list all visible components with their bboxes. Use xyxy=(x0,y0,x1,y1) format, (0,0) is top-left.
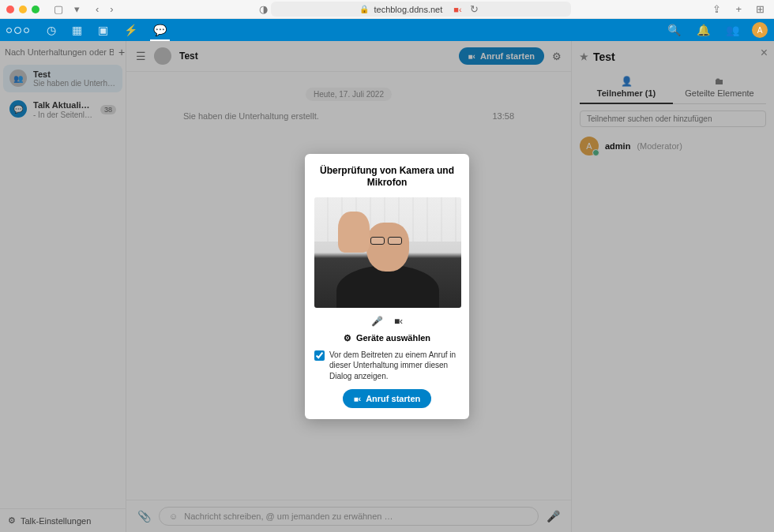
camera-recording-icon[interactable]: ■‹ xyxy=(453,5,461,14)
select-devices-button[interactable]: ⚙ Geräte auswählen xyxy=(314,333,460,343)
shield-icon[interactable]: ◑ xyxy=(256,3,271,15)
activity-app-icon[interactable]: ⚡ xyxy=(121,24,141,36)
close-window-button[interactable] xyxy=(6,6,14,13)
contacts-icon[interactable]: 👥 xyxy=(723,24,742,36)
maximize-window-button[interactable] xyxy=(32,6,39,13)
user-avatar[interactable]: A xyxy=(752,22,768,38)
always-show-dialog-checkbox[interactable] xyxy=(314,350,325,361)
dashboard-app-icon[interactable]: ◷ xyxy=(43,24,59,36)
notifications-icon[interactable]: 🔔 xyxy=(693,24,713,36)
nextcloud-header: ◷ ▦ ▣ ⚡ 💬 🔍 🔔 👥 A xyxy=(0,19,774,41)
search-icon[interactable]: 🔍 xyxy=(664,24,684,36)
new-tab-icon[interactable]: + xyxy=(732,3,745,15)
select-devices-label: Geräte auswählen xyxy=(356,333,430,343)
forward-icon[interactable]: › xyxy=(107,3,116,15)
photos-app-icon[interactable]: ▣ xyxy=(95,24,111,36)
camera-preview xyxy=(314,197,461,308)
files-app-icon[interactable]: ▦ xyxy=(69,24,85,36)
nextcloud-logo[interactable] xyxy=(6,27,29,34)
gear-icon: ⚙ xyxy=(344,333,351,343)
browser-chrome: ▢ ▾ ‹ › ◑ 🔒 techblog.ddns.net ■‹ ↻ ⇪ + ⊞ xyxy=(0,0,774,19)
dropdown-icon[interactable]: ▾ xyxy=(71,3,83,15)
lock-icon: 🔒 xyxy=(359,5,369,13)
modal-overlay[interactable]: Überprüfung von Kamera und Mikrofon 🎤 ■‹… xyxy=(0,41,774,532)
reload-icon[interactable]: ↻ xyxy=(467,3,482,15)
camera-toggle-icon[interactable]: ■‹ xyxy=(394,316,403,327)
modal-title: Überprüfung von Kamera und Mikrofon xyxy=(314,165,460,189)
traffic-lights xyxy=(6,6,39,13)
sidebar-toggle-icon[interactable]: ▢ xyxy=(51,3,66,15)
talk-app-icon[interactable]: 💬 xyxy=(150,24,170,41)
video-icon: ■‹ xyxy=(354,395,361,403)
modal-start-call-button[interactable]: ■‹ Anruf starten xyxy=(343,389,431,408)
device-check-modal: Überprüfung von Kamera und Mikrofon 🎤 ■‹… xyxy=(305,154,469,420)
share-icon[interactable]: ⇪ xyxy=(709,3,724,15)
microphone-toggle-icon[interactable]: 🎤 xyxy=(371,316,383,327)
url-text: techblog.ddns.net xyxy=(374,5,442,14)
modal-start-call-label: Anruf starten xyxy=(366,394,420,403)
tabs-overview-icon[interactable]: ⊞ xyxy=(753,3,768,15)
back-icon[interactable]: ‹ xyxy=(92,3,102,15)
minimize-window-button[interactable] xyxy=(19,6,27,13)
address-bar[interactable]: 🔒 techblog.ddns.net ■‹ ↻ xyxy=(271,2,571,17)
checkbox-label: Vor dem Beitreten zu einem Anruf in dies… xyxy=(329,350,460,382)
